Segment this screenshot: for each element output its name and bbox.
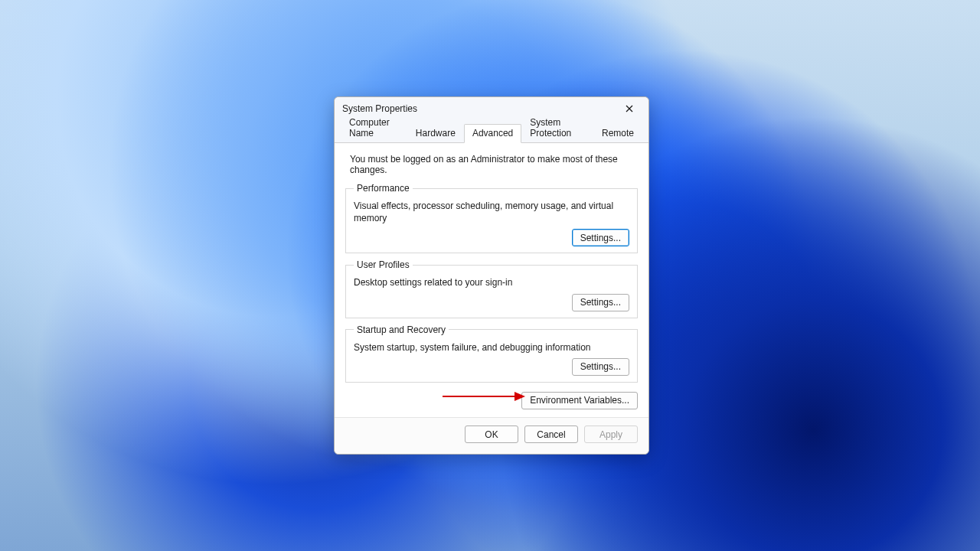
- tab-body-advanced: You must be logged on as an Administrato…: [335, 143, 648, 417]
- performance-settings-button[interactable]: Settings...: [572, 229, 629, 246]
- tab-system-protection[interactable]: System Protection: [521, 113, 593, 143]
- tab-remote[interactable]: Remote: [593, 124, 642, 143]
- cancel-button[interactable]: Cancel: [524, 425, 578, 443]
- window-title: System Properties: [342, 103, 615, 114]
- tab-advanced[interactable]: Advanced: [464, 124, 521, 143]
- environment-variables-row: Environment Variables...: [345, 389, 638, 411]
- group-user-profiles-title: User Profiles: [354, 259, 413, 270]
- group-performance-desc: Visual effects, processor scheduling, me…: [354, 200, 629, 224]
- group-startup-recovery: Startup and Recovery System startup, sys…: [345, 324, 638, 383]
- user-profiles-settings-button[interactable]: Settings...: [572, 294, 629, 311]
- ok-button[interactable]: OK: [465, 425, 518, 443]
- desktop-wallpaper: System Properties Computer Name Hardware…: [0, 0, 980, 551]
- tab-computer-name[interactable]: Computer Name: [341, 113, 407, 143]
- group-user-profiles: User Profiles Desktop settings related t…: [345, 259, 638, 318]
- close-icon: [626, 105, 633, 112]
- group-performance: Performance Visual effects, processor sc…: [345, 183, 638, 253]
- admin-note: You must be logged on as an Administrato…: [345, 151, 638, 177]
- startup-recovery-settings-button[interactable]: Settings...: [572, 358, 629, 376]
- dialog-footer: OK Cancel Apply: [335, 417, 648, 454]
- group-performance-title: Performance: [354, 183, 413, 194]
- tab-hardware[interactable]: Hardware: [407, 124, 464, 143]
- group-user-profiles-desc: Desktop settings related to your sign-in: [354, 276, 629, 289]
- environment-variables-button[interactable]: Environment Variables...: [521, 392, 638, 409]
- system-properties-dialog: System Properties Computer Name Hardware…: [334, 96, 649, 455]
- tab-strip: Computer Name Hardware Advanced System P…: [335, 120, 648, 143]
- close-button[interactable]: [615, 100, 644, 117]
- group-startup-recovery-desc: System startup, system failure, and debu…: [354, 341, 629, 354]
- group-startup-recovery-title: Startup and Recovery: [354, 324, 449, 335]
- apply-button[interactable]: Apply: [584, 425, 638, 443]
